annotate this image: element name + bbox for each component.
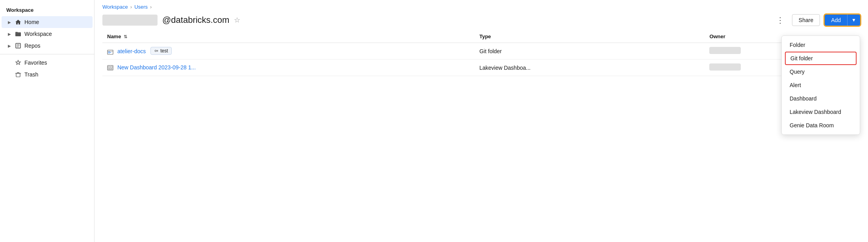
more-options-button[interactable]: ⋮ [773,14,787,26]
sidebar-item-trash[interactable]: Trash [2,69,93,80]
file-link-dashboard[interactable]: New Dashboard 2023-09-28 1... [117,64,196,71]
sidebar-item-repos[interactable]: ▶ Repos [2,40,93,52]
sidebar-item-repos-label: Repos [24,43,40,49]
trash-icon [15,71,21,78]
dropdown-item-genie-data-room[interactable]: Genie Data Room [782,119,860,132]
file-name-cell: atelier-docs test [102,43,475,60]
add-dropdown-chevron[interactable]: ▼ [847,15,860,26]
favorite-star-icon[interactable]: ☆ [234,16,240,24]
sidebar-item-workspace-label: Workspace [24,31,52,37]
star-icon [15,60,21,66]
sidebar-title: Workspace [0,5,94,16]
dropdown-item-query[interactable]: Query [782,65,860,78]
add-dropdown-menu: Folder Git folder Query Alert Dashboard … [781,35,860,135]
breadcrumb-sep-2: › [150,4,152,10]
main-content: Workspace › Users › @databricks.com ☆ ⋮ … [95,0,868,242]
add-button[interactable]: Add [825,15,847,26]
home-icon [15,19,21,25]
git-folder-file-icon [107,48,115,54]
chevron-icon: ▶ [8,44,11,48]
dashboard-file-icon [107,64,115,71]
svg-point-5 [108,52,110,53]
header-email: @databricks.com [162,15,229,25]
dropdown-item-dashboard[interactable]: Dashboard [782,92,860,105]
sidebar-item-favorites-label: Favorites [24,60,47,66]
sidebar-item-trash-label: Trash [24,71,38,78]
file-link-atelier[interactable]: atelier-docs [117,48,146,54]
table-row: New Dashboard 2023-09-28 1... Lakeview D… [102,60,860,76]
col-name[interactable]: Name ⇅ [102,30,475,43]
sidebar-item-home[interactable]: ▶ Home [2,16,93,28]
svg-rect-3 [16,73,20,77]
col-type: Type [475,30,705,43]
sidebar-item-home-label: Home [24,19,39,25]
svg-rect-10 [108,69,112,69]
breadcrumb: Workspace › Users › [95,0,868,12]
dropdown-item-alert[interactable]: Alert [782,78,860,92]
sidebar: Workspace ▶ Home ▶ Workspace ▶ [0,0,95,242]
file-type-cell: Lakeview Dashboa... [475,60,705,76]
dropdown-item-lakeview-dashboard[interactable]: Lakeview Dashboard [782,105,860,119]
svg-rect-9 [111,66,112,68]
dropdown-item-folder[interactable]: Folder [782,38,860,52]
share-button[interactable]: Share [792,14,820,26]
files-table: Name ⇅ Type Owner [102,30,860,76]
owner-pill [709,63,741,71]
breadcrumb-sep-1: › [130,4,132,10]
file-name-cell: New Dashboard 2023-09-28 1... [102,60,475,76]
folder-icon [15,31,21,37]
svg-point-6 [155,50,156,52]
table-container: Name ⇅ Type Owner [95,30,868,242]
breadcrumb-workspace[interactable]: Workspace [102,4,128,10]
repos-icon [15,43,21,49]
user-avatar-pill [102,15,158,26]
tag-badge-test: test [150,47,171,55]
add-button-group: Add ▼ [825,15,860,26]
sidebar-item-favorites[interactable]: Favorites [2,57,93,69]
table-row: atelier-docs test Git folder [102,43,860,60]
sidebar-item-workspace[interactable]: ▶ Workspace [2,28,93,40]
chevron-icon: ▶ [8,32,11,36]
header-row: @databricks.com ☆ ⋮ Share Add ▼ [95,12,868,30]
dropdown-item-git-folder[interactable]: Git folder [785,52,857,65]
sidebar-divider [0,54,94,54]
sort-icon: ⇅ [124,34,127,39]
owner-pill [709,47,741,54]
chevron-icon: ▶ [8,20,11,24]
svg-rect-8 [108,66,110,68]
svg-rect-1 [15,32,18,33]
file-type-cell: Git folder [475,43,705,60]
breadcrumb-users[interactable]: Users [134,4,148,10]
